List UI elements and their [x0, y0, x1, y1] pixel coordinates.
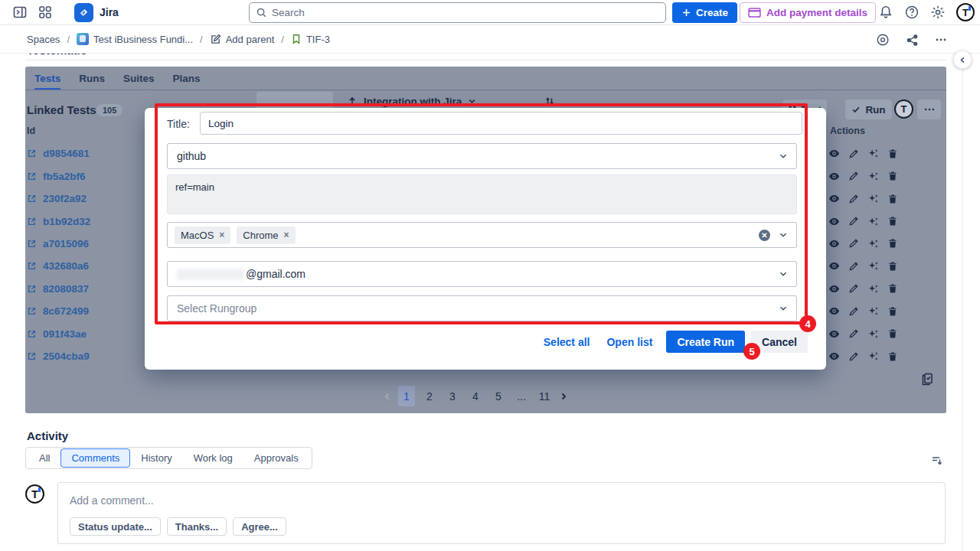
test-id-link[interactable]: 82080837	[27, 278, 90, 300]
upload-icon[interactable]	[347, 96, 358, 106]
activity-tab[interactable]: History	[130, 448, 182, 468]
comment-editor[interactable]: Add a comment... Status update...Thanks.…	[57, 482, 946, 544]
global-search[interactable]	[249, 2, 666, 23]
rungroup-select[interactable]: Select Rungroup	[167, 295, 797, 321]
share-icon[interactable]	[902, 30, 922, 50]
create-run-button[interactable]: Create Run	[666, 331, 745, 353]
edit-pencil-icon[interactable]	[848, 148, 859, 159]
select-all-link[interactable]: Select all	[544, 336, 590, 348]
edit-pencil-icon[interactable]	[848, 216, 859, 227]
activity-tab[interactable]: Comments	[60, 448, 130, 468]
delete-trash-icon[interactable]	[887, 148, 898, 159]
create-button[interactable]: Create	[672, 2, 737, 23]
quick-reply-button[interactable]: Agree...	[233, 517, 286, 536]
report-clipboard-icon[interactable]	[920, 373, 934, 386]
remove-tag-icon[interactable]: ×	[219, 230, 224, 240]
open-list-link[interactable]: Open list	[606, 336, 652, 348]
watch-eye-icon[interactable]	[873, 30, 893, 50]
breadcrumb-add-parent[interactable]: Add parent	[210, 34, 275, 45]
ai-generate-sparkle-icon[interactable]	[867, 305, 879, 317]
activity-tab[interactable]: Approvals	[243, 448, 309, 468]
page-number[interactable]: 3	[444, 386, 461, 406]
page-number[interactable]: 1	[398, 386, 415, 406]
jira-logo-icon[interactable]	[74, 3, 93, 22]
tags-multiselect[interactable]: MacOS× Chrome× ✕	[167, 222, 797, 248]
view-eye-icon[interactable]	[828, 171, 840, 182]
ai-generate-sparkle-icon[interactable]	[867, 171, 879, 182]
assignee-select[interactable]: @gmail.com	[167, 261, 797, 287]
collapse-panel-button[interactable]	[953, 51, 972, 69]
page-number[interactable]: 4	[467, 386, 484, 406]
ai-generate-sparkle-icon[interactable]	[867, 193, 879, 204]
quick-reply-button[interactable]: Status update...	[70, 517, 161, 536]
view-eye-icon[interactable]	[828, 193, 840, 204]
edit-pencil-icon[interactable]	[848, 328, 859, 339]
delete-trash-icon[interactable]	[887, 216, 898, 227]
view-eye-icon[interactable]	[828, 260, 840, 272]
edit-pencil-icon[interactable]	[848, 283, 859, 294]
page-number[interactable]: 2	[421, 386, 438, 406]
notifications-bell-icon[interactable]	[878, 5, 893, 20]
sync-icon[interactable]	[544, 96, 555, 106]
activity-tab[interactable]: All	[28, 448, 60, 468]
testomatio-tab[interactable]: Suites	[123, 67, 155, 90]
test-id-link[interactable]: fb5a2bf6	[27, 165, 90, 187]
delete-trash-icon[interactable]	[887, 351, 898, 362]
view-eye-icon[interactable]	[828, 216, 840, 227]
previous-page-icon[interactable]	[383, 392, 392, 401]
testomatio-avatar[interactable]: T	[894, 99, 913, 119]
test-id-link[interactable]: b1b92d32	[27, 210, 90, 232]
view-eye-icon[interactable]	[828, 238, 840, 249]
edit-pencil-icon[interactable]	[848, 306, 859, 317]
ai-generate-sparkle-icon[interactable]	[867, 350, 879, 362]
repo-select[interactable]: github	[167, 143, 797, 169]
sort-order-icon[interactable]	[930, 454, 944, 468]
testomatio-tab[interactable]: Plans	[173, 67, 201, 90]
delete-trash-icon[interactable]	[887, 171, 898, 181]
edit-pencil-icon[interactable]	[848, 171, 859, 181]
user-avatar[interactable]: T	[956, 3, 975, 21]
view-eye-icon[interactable]	[828, 305, 840, 317]
next-page-icon[interactable]	[559, 392, 568, 401]
edit-pencil-icon[interactable]	[848, 351, 859, 362]
test-id-link[interactable]: 230f2a92	[27, 187, 90, 210]
ai-generate-sparkle-icon[interactable]	[867, 216, 879, 227]
test-id-link[interactable]: a7015096	[27, 233, 90, 255]
env-variables-textarea[interactable]: ref=main	[167, 174, 797, 214]
run-button[interactable]: Run	[845, 99, 892, 119]
testomatio-tab[interactable]: Runs	[79, 67, 105, 90]
delete-trash-icon[interactable]	[887, 238, 898, 249]
view-eye-icon[interactable]	[828, 283, 840, 295]
help-icon[interactable]	[904, 5, 920, 20]
test-id-link[interactable]: 432680a6	[27, 255, 90, 277]
clear-all-icon[interactable]: ✕	[759, 230, 770, 241]
delete-trash-icon[interactable]	[887, 194, 898, 204]
page-number[interactable]: 11	[536, 386, 553, 406]
sidebar-toggle-icon[interactable]	[12, 5, 28, 20]
add-payment-details-button[interactable]: Add payment details	[740, 2, 876, 23]
delete-trash-icon[interactable]	[887, 328, 898, 339]
breadcrumb-spaces[interactable]: Spaces	[27, 34, 60, 45]
test-id-link[interactable]: 091f43ae	[27, 323, 90, 345]
ai-generate-sparkle-icon[interactable]	[867, 283, 879, 295]
page-number[interactable]: 5	[490, 386, 507, 406]
test-id-link[interactable]: 8c672499	[27, 300, 90, 322]
edit-pencil-icon[interactable]	[848, 194, 859, 204]
delete-trash-icon[interactable]	[887, 283, 898, 294]
view-eye-icon[interactable]	[828, 328, 840, 340]
settings-gear-icon[interactable]	[930, 5, 946, 20]
test-id-link[interactable]: 2504cba9	[27, 345, 90, 367]
run-title-input[interactable]	[200, 112, 802, 135]
search-input[interactable]	[272, 7, 659, 18]
view-eye-icon[interactable]	[828, 148, 840, 159]
breadcrumb-issue[interactable]: TIF-3	[291, 34, 330, 45]
panel-more-button[interactable]	[917, 99, 941, 119]
quick-reply-button[interactable]: Thanks...	[167, 517, 227, 536]
edit-pencil-icon[interactable]	[848, 238, 859, 249]
delete-trash-icon[interactable]	[887, 261, 898, 272]
remove-tag-icon[interactable]: ×	[284, 230, 289, 240]
edit-pencil-icon[interactable]	[848, 261, 859, 272]
view-eye-icon[interactable]	[828, 350, 840, 362]
page-number[interactable]: ...	[513, 386, 530, 406]
more-options-icon[interactable]	[931, 30, 951, 50]
